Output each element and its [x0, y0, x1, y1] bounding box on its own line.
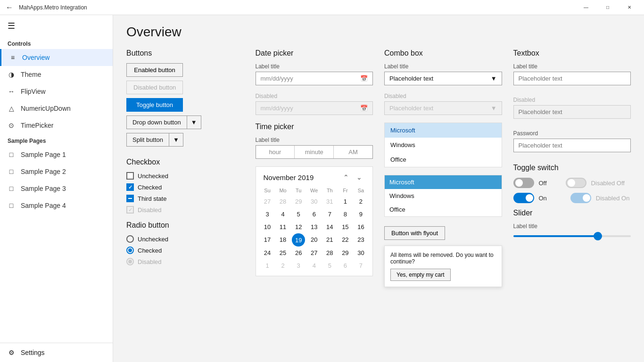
toggle-on-track[interactable]	[513, 193, 534, 203]
cal-day[interactable]: 17	[260, 233, 275, 247]
cal-day[interactable]: 13	[306, 221, 322, 233]
calendar-prev-button[interactable]: ⌃	[340, 173, 352, 182]
small-combo-item-windows[interactable]: Windows	[385, 189, 502, 203]
cal-day[interactable]: 29	[291, 195, 306, 208]
cal-day[interactable]: 11	[275, 221, 291, 233]
cal-day[interactable]: 6	[306, 208, 322, 221]
close-button[interactable]: ✕	[619, 0, 640, 15]
cal-day[interactable]: 25	[275, 247, 291, 259]
slider-thumb[interactable]	[594, 232, 602, 240]
back-button[interactable]: ←	[4, 1, 15, 14]
cal-day[interactable]: 28	[275, 195, 291, 208]
cal-day[interactable]: 16	[353, 221, 369, 233]
cal-day[interactable]: 2	[353, 195, 369, 208]
small-combo-item-microsoft[interactable]: Microsoft	[385, 175, 502, 189]
cal-day[interactable]: 1	[338, 195, 353, 208]
time-input[interactable]: hour minute AM	[256, 145, 373, 159]
cal-day[interactable]: 15	[338, 221, 353, 233]
cal-day[interactable]: 26	[291, 247, 306, 259]
radio-outer-unchecked[interactable]	[126, 235, 134, 243]
cal-day[interactable]: 28	[322, 247, 338, 259]
cal-day[interactable]: 7	[322, 208, 338, 221]
checkbox-indeterminate[interactable]: Third state	[126, 195, 244, 202]
cal-day[interactable]: 22	[338, 233, 353, 247]
settings-item[interactable]: ⚙ Settings	[0, 343, 113, 362]
cal-day[interactable]: 29	[338, 247, 353, 259]
cal-day[interactable]: 31	[322, 195, 338, 208]
radio-unchecked[interactable]: Unchecked	[126, 235, 244, 243]
combo-box-input[interactable]: Placeholder text ▼	[384, 72, 502, 85]
cal-day[interactable]: 27	[260, 195, 275, 208]
sidebar-item-overview[interactable]: ≡ Overview	[0, 49, 113, 66]
cal-day[interactable]: 9	[353, 208, 369, 221]
cal-day[interactable]: 1	[260, 259, 275, 272]
cal-day[interactable]: 3	[291, 259, 306, 272]
toggle-off-track[interactable]	[513, 178, 534, 188]
hamburger-button[interactable]: ☰	[0, 15, 113, 37]
sidebar-item-sample1[interactable]: □ Sample Page 1	[0, 146, 113, 163]
slider-track[interactable]	[513, 235, 631, 237]
dow-we: We	[306, 186, 322, 195]
cal-day[interactable]: 7	[353, 259, 369, 272]
combo-item-office[interactable]: Office	[385, 152, 502, 167]
split-button[interactable]: Split button ▼	[126, 133, 183, 147]
cal-day[interactable]: 4	[275, 208, 291, 221]
sidebar-item-sample2[interactable]: □ Sample Page 2	[0, 163, 113, 180]
slider-section: Slider Label title	[513, 209, 631, 237]
sidebar-item-flipview[interactable]: ↔ FlipView	[0, 83, 113, 100]
cal-day[interactable]: 20	[306, 233, 322, 247]
cal-day[interactable]: 4	[306, 259, 322, 272]
sidebar-item-numericupdown[interactable]: △ NumericUpDown	[0, 100, 113, 117]
dropdown-arrow-icon[interactable]: ▼	[187, 116, 201, 129]
minute-segment[interactable]: minute	[295, 146, 334, 158]
flyout-button[interactable]: Button with flyout	[384, 226, 445, 240]
radio-outer-checked[interactable]	[126, 247, 134, 254]
checkbox-unchecked[interactable]: Unchecked	[126, 172, 244, 180]
textbox-title: Textbox	[513, 49, 631, 58]
cal-day-today[interactable]: 19	[292, 233, 305, 247]
checkbox-checked[interactable]: ✓ Checked	[126, 183, 244, 191]
cal-day[interactable]: 27	[306, 247, 322, 259]
minimize-button[interactable]: —	[575, 0, 597, 15]
hour-segment[interactable]: hour	[256, 146, 295, 158]
cal-day[interactable]: 14	[322, 221, 338, 233]
cal-day[interactable]: 12	[291, 221, 306, 233]
small-combo-item-office[interactable]: Office	[385, 203, 502, 216]
date-input[interactable]: mm/dd/yyyy 📅	[256, 72, 373, 85]
dropdown-button[interactable]: Drop down button ▼	[126, 115, 201, 129]
calendar-next-button[interactable]: ⌄	[354, 173, 365, 182]
checkbox-box-checked[interactable]: ✓	[126, 183, 134, 191]
combo-item-windows[interactable]: Windows	[385, 138, 502, 152]
split-arrow-icon[interactable]: ▼	[169, 133, 183, 146]
radio-checked[interactable]: Checked	[126, 247, 244, 254]
checkbox-box-indeterminate[interactable]	[126, 195, 134, 202]
combo-item-microsoft[interactable]: Microsoft	[385, 123, 502, 138]
cal-day[interactable]: 5	[291, 208, 306, 221]
sidebar-item-theme[interactable]: ◑ Theme	[0, 66, 113, 83]
toggle-button[interactable]: Toggle button	[126, 98, 183, 112]
sidebar-item-sample3[interactable]: □ Sample Page 3	[0, 180, 113, 197]
cal-day[interactable]: 5	[322, 259, 338, 272]
time-picker-title: Time picker	[256, 123, 373, 131]
cal-day[interactable]: 8	[338, 208, 353, 221]
maximize-button[interactable]: □	[597, 0, 619, 15]
textbox-input[interactable]	[513, 72, 631, 85]
sidebar-item-timepicker[interactable]: ⊙ TimePicker	[0, 117, 113, 134]
sidebar-item-sample4[interactable]: □ Sample Page 4	[0, 197, 113, 214]
cal-day[interactable]: 6	[338, 259, 353, 272]
checkbox-box-unchecked[interactable]	[126, 172, 134, 180]
cal-day[interactable]: 23	[353, 233, 369, 247]
ampm-segment[interactable]: AM	[334, 146, 372, 158]
cal-day[interactable]: 10	[260, 221, 275, 233]
cal-day[interactable]: 2	[275, 259, 291, 272]
cal-day[interactable]: 30	[353, 247, 369, 259]
flyout-action-button[interactable]: Yes, empty my cart	[390, 269, 451, 281]
main-content: Overview Buttons Enabled button Disabled…	[113, 15, 644, 362]
cal-day[interactable]: 18	[275, 233, 291, 247]
cal-day[interactable]: 30	[306, 195, 322, 208]
cal-day[interactable]: 24	[260, 247, 275, 259]
cal-day[interactable]: 3	[260, 208, 275, 221]
cal-day[interactable]: 21	[322, 233, 338, 247]
enabled-button[interactable]: Enabled button	[126, 63, 183, 77]
password-input[interactable]	[513, 139, 631, 152]
